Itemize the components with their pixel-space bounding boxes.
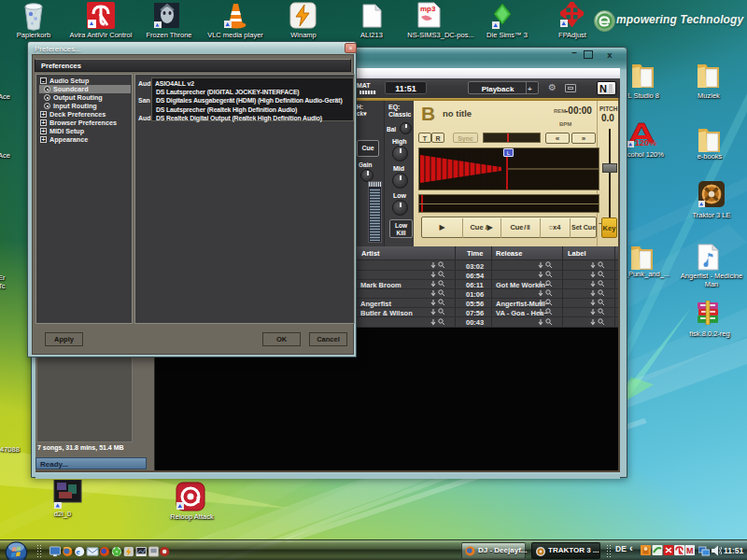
svg-text:M: M [686,546,694,555]
svg-text:e: e [77,547,80,556]
svg-text:120%: 120% [635,138,656,147]
